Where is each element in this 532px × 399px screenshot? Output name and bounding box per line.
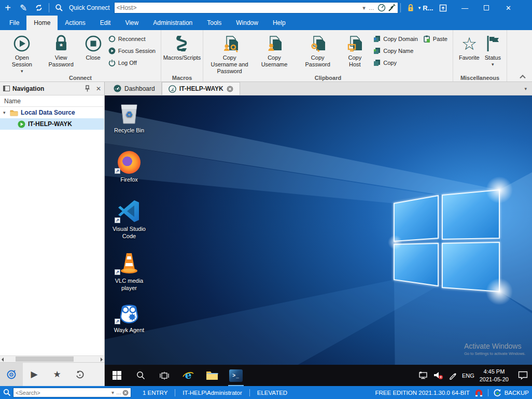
tree-collapse-icon[interactable]: ▾ — [3, 110, 7, 115]
task-view-button[interactable] — [152, 365, 176, 386]
maximize-button[interactable] — [475, 0, 497, 16]
backup-sync-icon[interactable] — [493, 389, 502, 397]
edit-entry-button[interactable]: ✎ — [16, 0, 31, 16]
minimize-button[interactable]: — — [454, 0, 475, 16]
open-session-button[interactable]: Open Session ▾ — [4, 32, 40, 75]
pen-icon[interactable] — [449, 372, 457, 380]
paste-button[interactable]: Paste — [423, 35, 447, 43]
scroll-right-arrow-icon[interactable] — [101, 357, 103, 362]
status-button[interactable]: Status ▾ — [483, 32, 503, 68]
refresh-button[interactable] — [31, 0, 47, 16]
account-label[interactable]: R... — [423, 4, 433, 12]
account-caret-icon[interactable]: ▾ — [418, 6, 421, 10]
copy-name-button[interactable]: Copy Name — [373, 47, 418, 54]
menu-help[interactable]: Help — [265, 16, 293, 30]
tree-node-it-help-wayk[interactable]: IT-HELP-WAYK — [0, 118, 104, 130]
copy-button[interactable]: Copy — [373, 59, 418, 66]
close-button[interactable]: ✕ — [497, 0, 519, 16]
powershell-button[interactable]: >_ — [224, 365, 248, 386]
host-input[interactable] — [117, 4, 361, 11]
search-more-icon[interactable]: … — [116, 390, 121, 395]
open-session-icon — [13, 35, 31, 52]
footer-tab-favorites[interactable]: ★ — [46, 363, 68, 386]
group-label-miscellaneous: Miscellaneous — [453, 75, 507, 81]
security-lock-button[interactable] — [403, 0, 418, 16]
scroll-left-arrow-icon[interactable] — [2, 357, 4, 362]
internet-explorer-button[interactable]: e — [176, 365, 200, 386]
external-window-button[interactable] — [435, 0, 451, 16]
ribbon: Open Session ▾ * View Password Close Rec… — [0, 30, 532, 82]
backup-label[interactable]: BACKUP — [505, 390, 529, 396]
file-explorer-button[interactable] — [200, 365, 224, 386]
collapse-ribbon-button[interactable] — [521, 74, 528, 79]
status-bar: ▾ … 1 ENTRY IT-HELP\Administrator ELEVAT… — [0, 386, 532, 399]
close-panel-icon[interactable]: ✕ — [96, 85, 101, 92]
pin-icon[interactable] — [85, 85, 90, 92]
clear-search-icon[interactable] — [122, 390, 129, 396]
search-caret-icon[interactable]: ▾ — [111, 390, 114, 395]
refresh-icon — [35, 4, 43, 12]
copy-domain-button[interactable]: Copy Domain — [373, 35, 418, 43]
copy-username-button[interactable]: Copy Username — [253, 32, 296, 70]
status-caret-icon: ▾ — [492, 62, 494, 67]
copy-username-password-button[interactable]: Copy Username and Password — [207, 32, 252, 77]
scrollbar-thumb[interactable] — [16, 356, 74, 362]
name-column-header[interactable]: Name — [0, 95, 104, 107]
menu-view[interactable]: View — [118, 16, 146, 30]
tree-node-local-data-source[interactable]: ▾ Local Data Source — [0, 107, 104, 118]
content-area: Dashboard IT-HELP-WAYK ▾ — [105, 82, 532, 386]
tab-it-help-wayk[interactable]: IT-HELP-WAYK — [162, 82, 240, 95]
keyboard-language-indicator[interactable]: ENG — [462, 373, 474, 379]
menu-edit[interactable]: Edit — [93, 16, 118, 30]
desktop-icon-recycle-bin[interactable]: ♻ Recycle Bin — [108, 100, 150, 134]
desktop-icon-wayk-agent[interactable]: ↗ Wayk Agent — [108, 299, 150, 334]
panel-icon — [3, 86, 10, 91]
desktop-icon-vlc[interactable]: ↗ VLC media player — [108, 250, 150, 292]
open-app-indicator — [228, 385, 244, 386]
entry-search-input[interactable] — [16, 390, 110, 396]
view-password-button[interactable]: * View Password — [41, 32, 81, 70]
clock[interactable]: 4:45 PM 2021-05-20 — [480, 368, 509, 383]
copy-host-button[interactable]: Copy Host — [340, 32, 370, 70]
remote-desktop-view[interactable]: ♻ Recycle Bin ↗ Firefox ↗ Vis — [105, 95, 532, 386]
magnet-icon[interactable] — [474, 389, 483, 397]
copy-password-button[interactable]: Copy Password — [297, 32, 339, 70]
quick-connect-label: Quick Connect — [69, 4, 110, 11]
focus-session-button[interactable]: Focus Session — [108, 47, 156, 54]
tab-dashboard[interactable]: Dashboard — [107, 82, 162, 95]
tab-list-caret-icon[interactable]: ▾ — [524, 86, 527, 91]
menu-bar: File Home Actions Edit View Administrati… — [0, 16, 532, 30]
footer-tab-quick-actions[interactable]: ▶ — [23, 363, 46, 386]
desktop-icon-firefox[interactable]: ↗ Firefox — [108, 149, 150, 183]
taskbar-search-button[interactable] — [129, 365, 152, 386]
footer-tab-sessions[interactable] — [0, 363, 23, 386]
favorite-button[interactable]: ☆ Favorite — [457, 32, 482, 63]
desktop-icon-vscode[interactable]: ↗ Visual Studio Code — [108, 198, 150, 240]
menu-file[interactable]: File — [2, 16, 26, 30]
macros-scripts-button[interactable]: Macros/Scripts — [163, 32, 201, 63]
add-entry-button[interactable]: + — [0, 0, 16, 16]
log-off-button[interactable]: Log Off — [108, 59, 156, 66]
close-tab-icon[interactable] — [227, 86, 233, 92]
quick-connect-gauge-icon[interactable] — [377, 4, 386, 12]
reconnect-button[interactable]: Reconnect — [108, 35, 156, 43]
host-dropdown-caret-icon[interactable]: ▾ — [362, 5, 366, 11]
svg-text:e: e — [185, 369, 192, 381]
host-more-icon[interactable]: … — [369, 5, 374, 11]
navigation-horizontal-scrollbar[interactable] — [0, 355, 104, 362]
menu-actions[interactable]: Actions — [58, 16, 92, 30]
footer-tab-history[interactable] — [68, 363, 91, 386]
network-icon[interactable] — [419, 372, 428, 379]
shortcut-arrow-icon: ↗ — [115, 269, 120, 275]
menu-administration[interactable]: Administration — [146, 16, 200, 30]
close-session-button[interactable]: Close — [82, 32, 105, 63]
menu-tools[interactable]: Tools — [200, 16, 229, 30]
action-center-icon[interactable] — [518, 371, 528, 380]
menu-home[interactable]: Home — [26, 16, 58, 30]
quick-connect-search-button[interactable] — [51, 0, 67, 16]
start-button[interactable] — [105, 365, 129, 386]
volume-muted-icon[interactable] — [433, 372, 443, 380]
connect-cursor-icon[interactable] — [387, 4, 396, 12]
firefox-icon — [118, 151, 141, 174]
menu-window[interactable]: Window — [229, 16, 265, 30]
